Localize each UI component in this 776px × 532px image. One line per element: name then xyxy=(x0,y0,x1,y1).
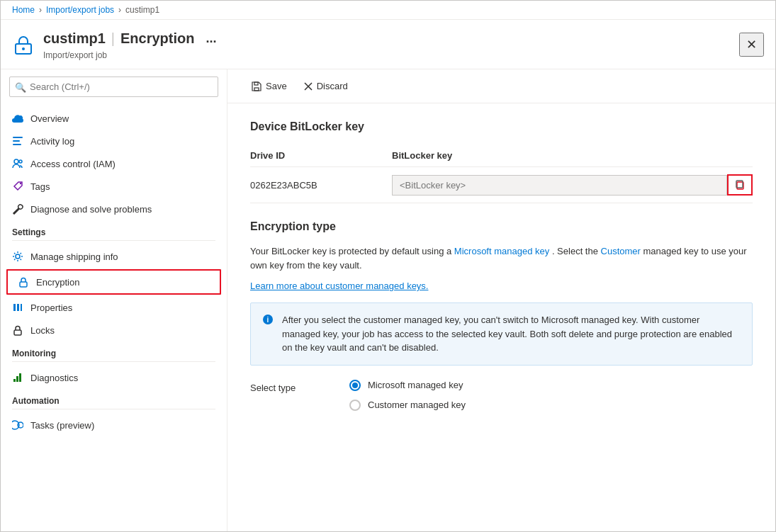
svg-point-7 xyxy=(20,183,21,184)
monitoring-section-label: Monitoring xyxy=(1,341,227,361)
sidebar-item-diagnose[interactable]: Diagnose and solve problems xyxy=(1,198,227,220)
svg-rect-2 xyxy=(13,137,23,138)
svg-rect-10 xyxy=(13,304,16,311)
svg-point-8 xyxy=(16,254,20,259)
breadcrumb-current: custimp1 xyxy=(125,5,159,15)
svg-rect-13 xyxy=(14,330,21,335)
table-row: 0262E23ABC5B xyxy=(250,167,753,203)
select-type-row: Select type Microsoft managed key Custom… xyxy=(250,380,753,411)
info-box-text: After you select the customer managed ke… xyxy=(282,313,741,355)
search-icon: 🔍 xyxy=(15,81,26,92)
svg-rect-19 xyxy=(254,88,259,91)
save-icon xyxy=(252,81,262,91)
sidebar-item-tasks-label: Tasks (preview) xyxy=(30,420,94,431)
svg-rect-12 xyxy=(21,304,22,311)
toolbar: Save Discard xyxy=(227,69,775,103)
svg-rect-16 xyxy=(19,373,21,382)
sidebar-item-encryption-label: Encryption xyxy=(36,277,79,288)
breadcrumb: Home › Import/export jobs › custimp1 xyxy=(1,1,775,20)
sidebar-item-locks-label: Locks xyxy=(30,325,55,336)
table-header: Drive ID BitLocker key xyxy=(250,145,753,167)
automation-section-label: Automation xyxy=(1,389,227,409)
svg-point-18 xyxy=(18,422,23,428)
activity-log-icon xyxy=(12,135,23,147)
settings-section-label: Settings xyxy=(1,220,227,240)
sidebar-item-tags[interactable]: Tags xyxy=(1,175,227,198)
sidebar-item-overview[interactable]: Overview xyxy=(1,107,227,130)
encryption-description: Your BitLocker key is protected by defau… xyxy=(250,244,753,272)
breadcrumb-home[interactable]: Home xyxy=(12,5,35,15)
bitlocker-key-input[interactable] xyxy=(392,175,727,196)
sidebar-item-manage-shipping-label: Manage shipping info xyxy=(30,251,118,262)
svg-rect-3 xyxy=(13,140,20,142)
info-box: i After you select the customer managed … xyxy=(250,302,753,366)
header-title: custimp1 | Encryption ... xyxy=(43,28,739,49)
copy-icon xyxy=(734,179,746,191)
people-icon xyxy=(12,158,23,169)
svg-rect-14 xyxy=(13,379,16,382)
radio-item-customer[interactable]: Customer managed key xyxy=(349,400,466,411)
header-more-button[interactable]: ... xyxy=(200,28,222,49)
sidebar-item-overview-label: Overview xyxy=(30,113,69,124)
svg-rect-11 xyxy=(17,304,19,311)
sidebar: 🔍 Overview Activity log xyxy=(1,69,227,531)
sidebar-item-tasks[interactable]: Tasks (preview) xyxy=(1,414,227,436)
discard-button[interactable]: Discard xyxy=(297,77,355,96)
svg-point-6 xyxy=(19,160,22,163)
tasks-icon xyxy=(12,419,23,431)
svg-text:i: i xyxy=(267,316,269,324)
properties-icon xyxy=(12,302,23,313)
radio-customer-label: Customer managed key xyxy=(368,400,466,410)
sidebar-item-diagnostics-label: Diagnostics xyxy=(30,373,78,383)
sidebar-item-locks[interactable]: Locks xyxy=(1,319,227,341)
encryption-type-title: Encryption type xyxy=(250,220,753,233)
cloud-icon xyxy=(12,113,23,124)
radio-item-microsoft[interactable]: Microsoft managed key xyxy=(349,380,466,391)
bitlocker-input-wrapper xyxy=(392,174,753,196)
breadcrumb-import-export[interactable]: Import/export jobs xyxy=(46,5,114,15)
lock-nav-icon xyxy=(18,276,29,288)
sidebar-item-properties[interactable]: Properties xyxy=(1,296,227,319)
close-button[interactable]: ✕ xyxy=(739,33,764,57)
wrench-icon xyxy=(12,203,23,215)
gear-icon xyxy=(12,251,23,262)
tag-icon xyxy=(12,181,23,192)
diagnostics-icon xyxy=(12,372,23,383)
search-input[interactable] xyxy=(9,77,218,97)
sidebar-item-activity-log[interactable]: Activity log xyxy=(1,130,227,152)
save-button[interactable]: Save xyxy=(244,77,294,96)
svg-rect-9 xyxy=(20,282,27,287)
bitlocker-key-header: BitLocker key xyxy=(392,150,753,161)
svg-rect-4 xyxy=(13,144,21,145)
svg-rect-20 xyxy=(254,82,258,85)
sidebar-item-properties-label: Properties xyxy=(30,302,72,313)
main-content: Save Discard Device BitLocker key Drive … xyxy=(227,69,775,531)
radio-group: Microsoft managed key Customer managed k… xyxy=(349,380,466,411)
discard-icon xyxy=(304,82,313,91)
sidebar-item-encryption[interactable]: Encryption xyxy=(6,269,221,295)
page-header: custimp1 | Encryption ... Import/export … xyxy=(1,20,775,69)
lock2-icon xyxy=(12,324,23,336)
learn-more-link[interactable]: Learn more about customer managed keys. xyxy=(250,281,428,291)
header-subtitle: Import/export job xyxy=(43,50,739,60)
svg-point-5 xyxy=(14,159,18,164)
select-type-label: Select type xyxy=(250,380,321,393)
sidebar-item-diagnostics[interactable]: Diagnostics xyxy=(1,366,227,389)
radio-microsoft-label: Microsoft managed key xyxy=(368,380,463,390)
copy-button[interactable] xyxy=(727,174,753,196)
resource-icon xyxy=(12,33,35,56)
device-bitlocker-title: Device BitLocker key xyxy=(250,120,753,133)
lock-header-icon xyxy=(13,35,33,55)
sidebar-item-diagnose-label: Diagnose and solve problems xyxy=(30,204,152,215)
sidebar-item-manage-shipping[interactable]: Manage shipping info xyxy=(1,245,227,268)
sidebar-item-access-control[interactable]: Access control (IAM) xyxy=(1,152,227,175)
radio-microsoft[interactable] xyxy=(349,380,361,391)
info-icon: i xyxy=(262,314,274,355)
svg-point-1 xyxy=(22,47,25,50)
bitlocker-key-cell xyxy=(392,174,753,196)
customer-managed-key-link[interactable]: Customer xyxy=(601,246,641,256)
microsoft-managed-key-link[interactable]: Microsoft managed key xyxy=(454,246,549,256)
radio-customer[interactable] xyxy=(349,400,361,411)
sidebar-item-tags-label: Tags xyxy=(30,181,50,192)
svg-rect-15 xyxy=(16,376,18,382)
